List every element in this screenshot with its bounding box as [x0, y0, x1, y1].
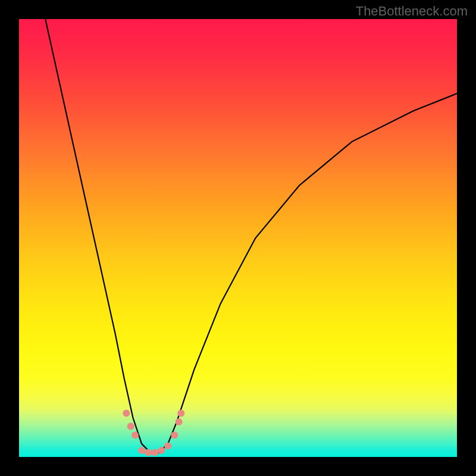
marker-dot [127, 423, 134, 430]
marker-group [123, 409, 184, 456]
bottleneck-curve-path [45, 19, 457, 453]
watermark-text: TheBottleneck.com [356, 4, 468, 19]
marker-dot [131, 431, 139, 439]
chart-plot-area [19, 19, 457, 457]
marker-dot [171, 431, 178, 439]
marker-dot [123, 409, 130, 416]
marker-dot [176, 418, 183, 425]
marker-dot [177, 409, 184, 416]
marker-dot [145, 449, 152, 456]
marker-dot [158, 447, 165, 454]
marker-dot [151, 449, 158, 456]
marker-dot [164, 443, 171, 450]
marker-dot [138, 447, 145, 454]
curve-svg [19, 19, 457, 457]
